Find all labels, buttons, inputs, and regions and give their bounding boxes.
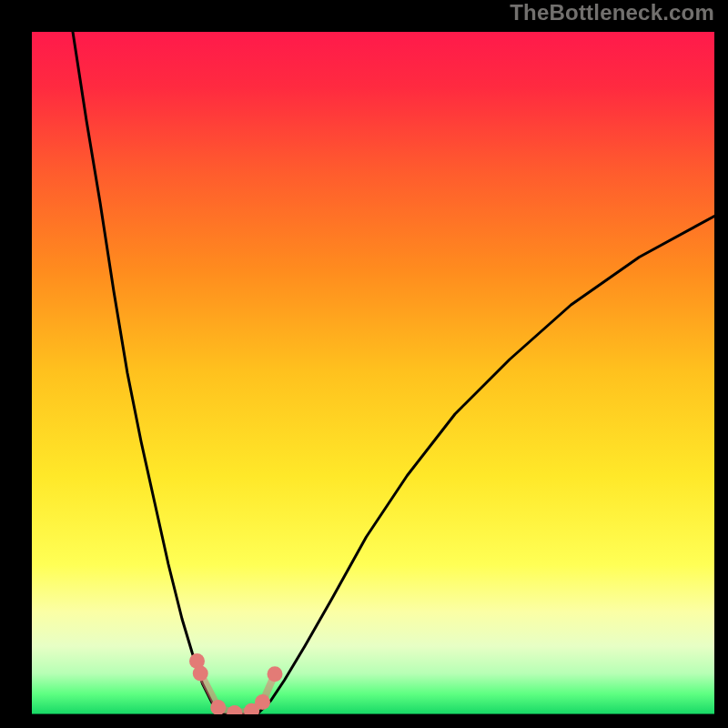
marker-dot (255, 694, 270, 710)
chart-frame: TheBottleneck.com (0, 0, 728, 728)
marker-dot (193, 666, 208, 682)
plot-area (32, 32, 714, 714)
watermark-text: TheBottleneck.com (510, 0, 714, 25)
gradient-background (32, 32, 714, 714)
bottleneck-chart (32, 32, 714, 714)
marker-dot (268, 666, 283, 682)
